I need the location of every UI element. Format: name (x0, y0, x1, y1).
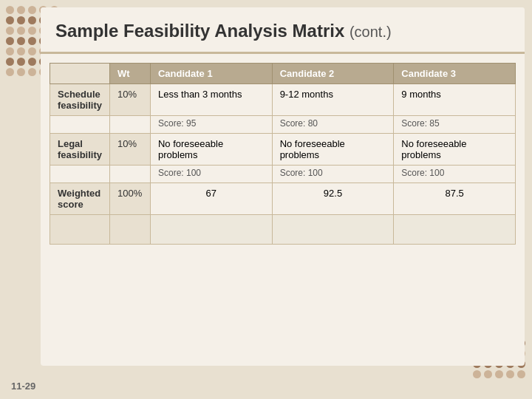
row-weight-legal: 10% (109, 134, 150, 166)
row-label-schedule: Schedule feasibility (50, 84, 110, 116)
c3-weighted-value: 87.5 (394, 183, 516, 215)
row-label-legal: Legal feasibility (50, 134, 110, 166)
empty-cell (109, 215, 150, 245)
c3-legal-score: Score: 100 (394, 166, 516, 183)
table-score-row-legal: Score: 100 Score: 100 Score: 100 (50, 166, 516, 183)
header-candidate1: Candidate 1 (150, 64, 272, 84)
c3-schedule-value: 9 months (394, 84, 516, 116)
empty-cell (50, 215, 110, 245)
c2-schedule-score: Score: 80 (272, 116, 394, 134)
header-candidate2: Candidate 2 (272, 64, 394, 84)
title-divider (41, 52, 525, 54)
score-label-empty-legal (50, 166, 110, 183)
table-header-row: Wt Candidate 1 Candidate 2 Candidate 3 (50, 64, 516, 84)
row-label-weighted: Weighted score (50, 183, 110, 215)
table-wrapper: Wt Candidate 1 Candidate 2 Candidate 3 S… (41, 60, 525, 250)
c2-legal-value: No foreseeable problems (272, 134, 394, 166)
score-wt-empty-legal (109, 166, 150, 183)
table-score-row-schedule: Score: 95 Score: 80 Score: 85 (50, 116, 516, 134)
c2-legal-score: Score: 100 (272, 166, 394, 183)
c1-weighted-value: 67 (150, 183, 272, 215)
score-wt-empty-schedule (109, 116, 150, 134)
empty-cell (150, 215, 272, 245)
table-row: Schedule feasibility 10% Less than 3 mon… (50, 84, 516, 116)
c3-schedule-score: Score: 85 (394, 116, 516, 134)
title-bar: Sample Feasibility Analysis Matrix (cont… (41, 7, 525, 52)
header-candidate3: Candidate 3 (394, 64, 516, 84)
empty-cell (394, 215, 516, 245)
row-weight-schedule: 10% (109, 84, 150, 116)
table-row: Weighted score 100% 67 92.5 87.5 (50, 183, 516, 215)
empty-cell (272, 215, 394, 245)
row-weight-weighted: 100% (109, 183, 150, 215)
c1-legal-value: No foreseeable problems (150, 134, 272, 166)
table-row-empty (50, 215, 516, 245)
header-label (50, 64, 110, 84)
c2-schedule-value: 9-12 months (272, 84, 394, 116)
c1-legal-score: Score: 100 (150, 166, 272, 183)
feasibility-matrix-table: Wt Candidate 1 Candidate 2 Candidate 3 S… (50, 63, 516, 245)
page-title: Sample Feasibility Analysis Matrix (cont… (55, 21, 510, 41)
c2-weighted-value: 92.5 (272, 183, 394, 215)
main-content-area: Sample Feasibility Analysis Matrix (cont… (41, 7, 525, 366)
c1-schedule-score: Score: 95 (150, 116, 272, 134)
c3-legal-value: No foreseeable problems (394, 134, 516, 166)
c1-schedule-value: Less than 3 months (150, 84, 272, 116)
table-row: Legal feasibility 10% No foreseeable pro… (50, 134, 516, 166)
score-label-empty-schedule (50, 116, 110, 134)
page-number: 11-29 (11, 381, 35, 392)
header-wt: Wt (109, 64, 150, 84)
